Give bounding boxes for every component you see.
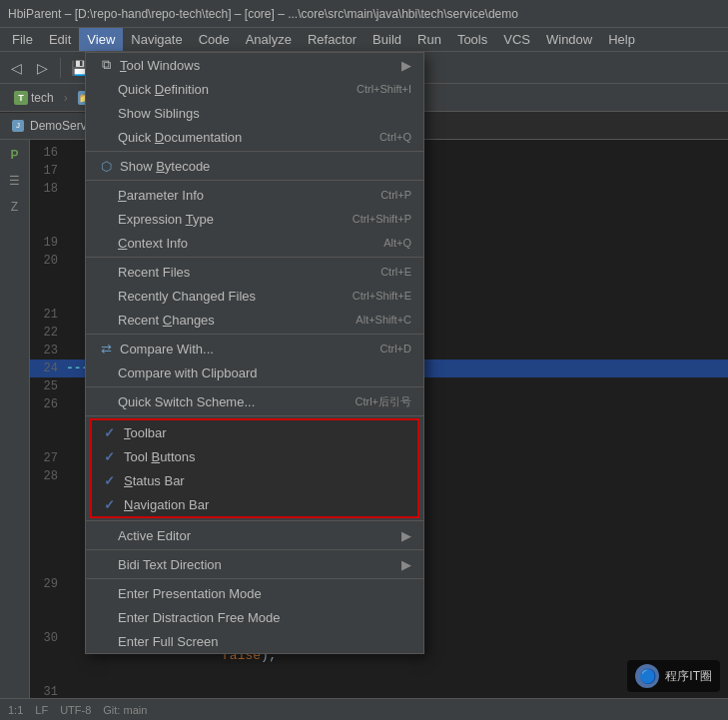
toolbar-check: ✓: [104, 425, 120, 440]
menu-toolbar[interactable]: ✓ Toolbar: [92, 420, 417, 444]
nav-tech-icon: T: [14, 91, 28, 105]
separator6: [86, 415, 423, 416]
menu-recent-changes[interactable]: Recent Changes Alt+Shift+C: [86, 308, 423, 332]
show-sib-label: Show Siblings: [118, 106, 411, 121]
toolbar-sep1: [60, 58, 61, 78]
ctx-shortcut: Alt+Q: [383, 237, 411, 249]
menu-presentation-mode[interactable]: Enter Presentation Mode: [86, 581, 423, 605]
quick-doc-label: Quick Documentation: [118, 130, 356, 145]
menu-distraction-free[interactable]: Enter Distraction Free Mode: [86, 605, 423, 629]
compare-shortcut: Ctrl+D: [380, 343, 411, 355]
sidebar-project-icon[interactable]: P: [4, 144, 26, 166]
quick-def-label: Quick Definition: [118, 82, 333, 97]
menu-build[interactable]: Build: [364, 28, 409, 51]
menu-navigation-bar[interactable]: ✓ Navigation Bar: [92, 492, 417, 516]
menu-status-bar[interactable]: ✓ Status Bar: [92, 468, 417, 492]
menu-navigate[interactable]: Navigate: [123, 28, 190, 51]
menu-help[interactable]: Help: [600, 28, 643, 51]
ctx-label: Context Info: [118, 236, 360, 251]
rc-label: Recently Changed Files: [118, 289, 329, 304]
title-text: HbiParent – [D:\repo-hand\repo-tech\tech…: [8, 7, 518, 21]
separator4: [86, 334, 423, 335]
menu-view[interactable]: View: [79, 28, 123, 51]
sidebar: P ☰ Z: [0, 140, 30, 698]
menu-recent-files[interactable]: Recent Files Ctrl+E: [86, 260, 423, 284]
df-label: Enter Distraction Free Mode: [118, 610, 411, 625]
toolbar-label: Toolbar: [124, 425, 405, 440]
menu-recently-changed[interactable]: Recently Changed Files Ctrl+Shift+E: [86, 284, 423, 308]
menu-param-info[interactable]: Parameter Info Ctrl+P: [86, 183, 423, 207]
tool-windows-icon: ⧉: [98, 58, 114, 72]
sidebar-z-icon[interactable]: Z: [4, 196, 26, 218]
toolbar-forward[interactable]: ▷: [30, 56, 54, 80]
nav-tech[interactable]: T tech: [8, 89, 60, 107]
rc-shortcut: Ctrl+Shift+E: [353, 290, 411, 302]
menu-show-siblings[interactable]: Show Siblings: [86, 101, 423, 125]
menu-tool-windows[interactable]: ⧉ Tool Windows ▶: [86, 53, 423, 77]
menu-full-screen[interactable]: Enter Full Screen: [86, 629, 423, 653]
status-git: Git: main: [103, 704, 147, 716]
menu-tool-buttons[interactable]: ✓ Tool Buttons: [92, 444, 417, 468]
watermark-icon: 🔵: [635, 664, 659, 688]
status-encoding: UTF-8: [60, 704, 91, 716]
param-label: Parameter Info: [118, 188, 357, 203]
menu-bidi[interactable]: Bidi Text Direction ▶: [86, 552, 423, 576]
quick-doc-shortcut: Ctrl+Q: [379, 131, 411, 143]
menu-vcs[interactable]: VCS: [495, 28, 538, 51]
menu-code[interactable]: Code: [191, 28, 238, 51]
ae-arrow: ▶: [401, 528, 411, 543]
title-bar: HbiParent – [D:\repo-hand\repo-tech\tech…: [0, 0, 728, 28]
status-lf: LF: [35, 704, 48, 716]
bytecode-icon: ⬡: [98, 159, 114, 173]
ae-label: Active Editor: [118, 528, 393, 543]
menu-show-bytecode[interactable]: ⬡ Show Bytecode: [86, 154, 423, 178]
menu-edit[interactable]: Edit: [41, 28, 79, 51]
menu-run[interactable]: Run: [409, 28, 449, 51]
separator1: [86, 151, 423, 152]
nav-tech-label: tech: [31, 91, 54, 105]
watermark: 🔵 程序IT圈: [627, 660, 720, 692]
menu-quick-doc[interactable]: Quick Documentation Ctrl+Q: [86, 125, 423, 149]
tool-windows-arrow: ▶: [401, 58, 411, 73]
rf-label: Recent Files: [118, 265, 357, 280]
status-position: 1:1: [8, 704, 23, 716]
code-line-31: 31 "IdCard Not be Null");: [30, 683, 728, 698]
tool-btn-label: Tool Buttons: [124, 449, 405, 464]
status-bar: 1:1 LF UTF-8 Git: main: [0, 698, 728, 720]
menu-active-editor[interactable]: Active Editor ▶: [86, 523, 423, 547]
separator2: [86, 180, 423, 181]
menu-compare-with[interactable]: ⇄ Compare With... Ctrl+D: [86, 337, 423, 360]
menu-file[interactable]: File: [4, 28, 41, 51]
param-shortcut: Ctrl+P: [380, 189, 411, 201]
menu-quick-switch[interactable]: Quick Switch Scheme... Ctrl+后引号: [86, 389, 423, 413]
sidebar-structure-icon[interactable]: ☰: [4, 170, 26, 192]
menu-window[interactable]: Window: [538, 28, 600, 51]
toolbar-back[interactable]: ◁: [4, 56, 28, 80]
view-dropdown-menu: ⧉ Tool Windows ▶ Quick Definition Ctrl+S…: [85, 52, 424, 654]
status-label: Status Bar: [124, 473, 405, 488]
menu-quick-definition[interactable]: Quick Definition Ctrl+Shift+I: [86, 77, 423, 101]
menu-compare-clipboard[interactable]: Compare with Clipboard: [86, 360, 423, 384]
checked-section: ✓ Toolbar ✓ Tool Buttons ✓ Status Bar ✓ …: [90, 418, 419, 518]
menu-tools[interactable]: Tools: [449, 28, 495, 51]
compare-label: Compare With...: [120, 342, 357, 357]
expr-shortcut: Ctrl+Shift+P: [353, 213, 411, 225]
separator8: [86, 549, 423, 550]
bidi-arrow: ▶: [401, 557, 411, 572]
separator9: [86, 578, 423, 579]
navb-check: ✓: [104, 497, 120, 512]
expr-label: Expression Type: [118, 212, 329, 227]
watermark-text: 程序IT圈: [665, 668, 712, 685]
status-check: ✓: [104, 473, 120, 488]
bidi-label: Bidi Text Direction: [118, 557, 393, 572]
menu-expr-type[interactable]: Expression Type Ctrl+Shift+P: [86, 207, 423, 231]
rf-shortcut: Ctrl+E: [380, 266, 411, 278]
menu-refactor[interactable]: Refactor: [300, 28, 364, 51]
separator5: [86, 386, 423, 387]
clipb-label: Compare with Clipboard: [118, 365, 411, 380]
compare-icon: ⇄: [98, 342, 114, 356]
menu-analyze[interactable]: Analyze: [238, 28, 300, 51]
menu-context-info[interactable]: Context Info Alt+Q: [86, 231, 423, 255]
pm-label: Enter Presentation Mode: [118, 586, 411, 601]
separator7: [86, 520, 423, 521]
